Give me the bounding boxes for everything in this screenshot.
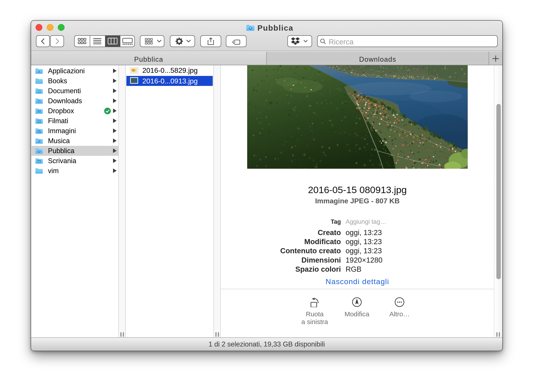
- svg-text:A: A: [38, 70, 40, 74]
